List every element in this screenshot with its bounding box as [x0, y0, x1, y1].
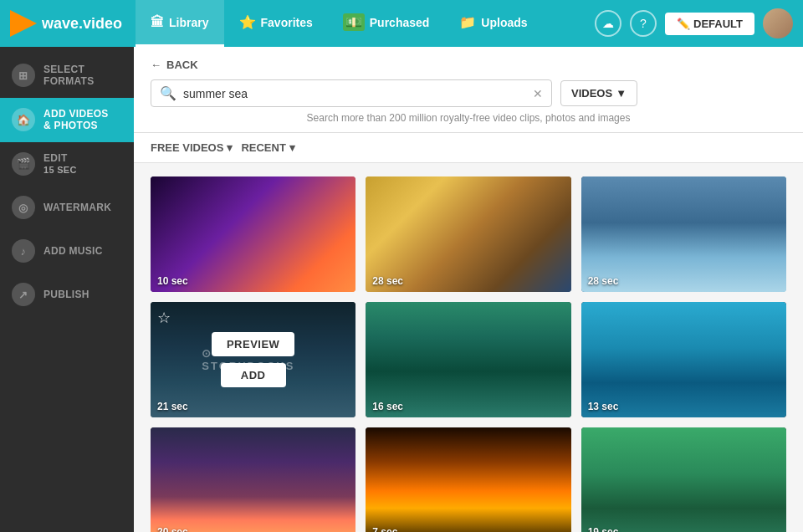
video-duration-5: 16 sec [372, 401, 403, 412]
tab-favorites[interactable]: ⭐ Favorites [224, 0, 328, 47]
back-label: BACK [166, 59, 198, 71]
cloud-upload-icon[interactable]: ☁ [595, 10, 621, 37]
tab-purchased-label: Purchased [370, 16, 430, 29]
video-duration-6: 13 sec [588, 401, 619, 412]
search-subtitle: Search more than 200 million royalty-fre… [151, 112, 786, 124]
search-icon: 🔍 [160, 85, 176, 101]
clear-search-icon[interactable]: ✕ [533, 87, 543, 100]
chevron-down-icon: ▼ [616, 87, 627, 100]
video-duration-8: 7 sec [372, 526, 397, 532]
help-icon[interactable]: ? [630, 10, 657, 37]
search-row: 🔍 ✕ VIDEOS ▼ [151, 79, 786, 107]
tab-uploads[interactable]: 📁 Uploads [444, 0, 542, 47]
avatar-image [763, 8, 793, 38]
sidebar-item-edit[interactable]: 🎬 EDIT15 sec [0, 142, 134, 187]
thumb-bg-9 [581, 427, 786, 532]
videos-dropdown[interactable]: VIDEOS ▼ [560, 80, 637, 106]
main-layout: ⊞ SELECT FORMATS 🏠 ADD VIDEOS& PHOTOS 🎬 … [0, 47, 803, 532]
video-thumb-2[interactable]: 28 sec [366, 176, 570, 292]
edit-icon: 🎬 [12, 152, 35, 176]
video-duration-9: 19 sec [588, 526, 619, 532]
video-thumb-3[interactable]: 28 sec [581, 176, 786, 292]
search-box: 🔍 ✕ [151, 79, 552, 107]
video-grid-container[interactable]: 10 sec 28 sec 28 sec ☆ PREVIEW ADD [134, 163, 803, 532]
star-icon-4[interactable]: ☆ [157, 309, 171, 327]
logo: wave.video [10, 10, 122, 37]
favorites-icon: ⭐ [239, 14, 256, 30]
sidebar-item-select-formats[interactable]: ⊞ SELECT FORMATS [0, 54, 134, 98]
main-content: ← BACK 🔍 ✕ VIDEOS ▼ Search more than 200… [134, 47, 803, 532]
back-link[interactable]: ← BACK [151, 59, 786, 71]
recent-filter[interactable]: RECENT ▾ [241, 141, 294, 154]
search-area: ← BACK 🔍 ✕ VIDEOS ▼ Search more than 200… [134, 47, 803, 133]
library-icon: 🏛 [151, 15, 164, 30]
add-music-label: ADD MUSIC [43, 245, 103, 257]
recent-label: RECENT [241, 141, 285, 154]
publish-label: PUBLISH [43, 289, 90, 300]
tab-favorites-label: Favorites [261, 16, 313, 29]
edit-pencil-icon: ✏️ [677, 18, 690, 30]
header-right: ☁ ? ✏️ DEFAULT [595, 8, 793, 38]
tab-library[interactable]: 🏛 Library [136, 0, 223, 47]
sidebar-item-watermark[interactable]: ◎ WATERMARK [0, 186, 134, 229]
video-duration-7: 20 sec [157, 526, 188, 532]
default-button[interactable]: ✏️ DEFAULT [665, 13, 754, 35]
avatar[interactable] [763, 8, 793, 38]
video-duration-4: 21 sec [157, 401, 188, 412]
sidebar-item-add-music[interactable]: ♪ ADD MUSIC [0, 229, 134, 273]
preview-button-4[interactable]: PREVIEW [212, 332, 294, 356]
tab-purchased[interactable]: 💵 Purchased [328, 0, 445, 47]
logo-text: wave.video [42, 15, 122, 33]
video-grid: 10 sec 28 sec 28 sec ☆ PREVIEW ADD [151, 176, 786, 532]
sidebar-item-publish[interactable]: ↗ PUBLISH [0, 273, 134, 316]
video-thumb-7[interactable]: 20 sec [151, 427, 355, 532]
video-duration-1: 10 sec [157, 275, 188, 287]
header: wave.video 🏛 Library ⭐ Favorites 💵 Purch… [0, 0, 803, 47]
video-thumb-9[interactable]: 19 sec [581, 427, 786, 532]
select-formats-label: SELECT FORMATS [43, 64, 122, 88]
video-duration-3: 28 sec [588, 275, 619, 287]
select-formats-icon: ⊞ [12, 64, 35, 87]
sidebar: ⊞ SELECT FORMATS 🏠 ADD VIDEOS& PHOTOS 🎬 … [0, 47, 134, 532]
music-icon: ♪ [12, 239, 35, 263]
videos-dropdown-label: VIDEOS [571, 87, 612, 100]
purchased-icon: 💵 [343, 13, 365, 31]
watermark-icon: ◎ [12, 196, 35, 219]
video-thumb-1[interactable]: 10 sec [151, 176, 355, 292]
sidebar-item-add-videos[interactable]: 🏠 ADD VIDEOS& PHOTOS [0, 98, 134, 142]
default-btn-label: DEFAULT [693, 18, 743, 30]
main-nav: 🏛 Library ⭐ Favorites 💵 Purchased 📁 Uplo… [136, 0, 588, 47]
video-duration-2: 28 sec [372, 275, 403, 287]
thumb-bg-8 [366, 427, 570, 532]
back-arrow-icon: ← [151, 59, 161, 71]
video-thumb-6[interactable]: 13 sec [581, 302, 786, 417]
filter-bar: FREE VIDEOS ▾ RECENT ▾ [134, 133, 803, 163]
video-thumb-5[interactable]: 16 sec [366, 302, 570, 417]
free-videos-filter[interactable]: FREE VIDEOS ▾ [151, 141, 233, 154]
tab-uploads-label: Uploads [481, 16, 527, 29]
add-button-4[interactable]: ADD [221, 363, 286, 387]
search-input[interactable] [183, 87, 533, 100]
add-videos-icon: 🏠 [12, 108, 35, 131]
free-videos-label: FREE VIDEOS [151, 141, 223, 154]
thumb-bg-7 [151, 427, 355, 532]
video-thumb-8[interactable]: 7 sec [366, 427, 570, 532]
free-videos-chevron: ▾ [227, 141, 233, 154]
add-videos-label: ADD VIDEOS& PHOTOS [43, 108, 109, 132]
tab-library-label: Library [169, 16, 208, 29]
publish-icon: ↗ [12, 283, 35, 306]
video-thumb-4[interactable]: ☆ PREVIEW ADD ⊙ STORYDOCKS 21 sec [151, 302, 355, 417]
recent-chevron: ▾ [289, 141, 295, 154]
edit-label: EDIT15 sec [43, 152, 77, 176]
watermark-label: WATERMARK [43, 202, 111, 213]
logo-play-icon [10, 10, 37, 37]
uploads-icon: 📁 [459, 14, 476, 30]
